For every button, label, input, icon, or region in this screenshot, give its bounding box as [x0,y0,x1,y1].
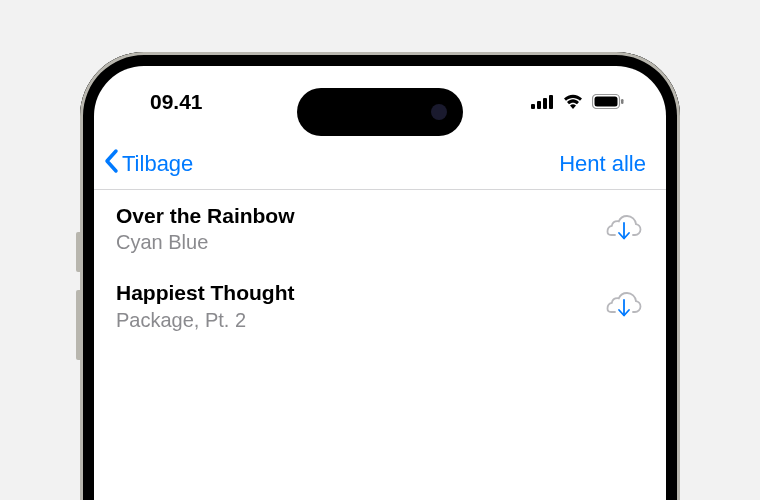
back-label: Tilbage [122,151,193,177]
list-item[interactable]: Over the Rainbow Cyan Blue [94,190,666,267]
status-icons [531,90,624,114]
list-item[interactable]: Happiest Thought Package, Pt. 2 [94,267,666,344]
dynamic-island [297,88,463,136]
item-subtitle: Package, Pt. 2 [116,307,606,333]
wifi-icon [562,90,584,114]
screen: 09.41 Tilbage Hent all [94,66,666,500]
nav-bar: Tilbage Hent alle [94,138,666,190]
cloud-download-icon [606,213,642,245]
item-title: Over the Rainbow [116,202,606,229]
item-subtitle: Cyan Blue [116,229,606,255]
item-text: Over the Rainbow Cyan Blue [116,202,606,255]
battery-icon [592,90,624,114]
chevron-left-icon [102,148,120,180]
download-button[interactable] [606,288,642,324]
status-time: 09.41 [150,90,203,114]
phone-frame: 09.41 Tilbage Hent all [80,52,680,500]
download-all-label: Hent alle [559,151,646,176]
song-list: Over the Rainbow Cyan Blue Happiest Thou… [94,190,666,345]
svg-rect-0 [531,104,535,109]
item-text: Happiest Thought Package, Pt. 2 [116,279,606,332]
svg-rect-5 [595,97,618,107]
cloud-download-icon [606,290,642,322]
svg-rect-3 [549,95,553,109]
svg-rect-6 [621,99,624,104]
svg-rect-1 [537,101,541,109]
back-button[interactable]: Tilbage [102,148,193,180]
download-all-button[interactable]: Hent alle [559,151,646,177]
svg-rect-2 [543,98,547,109]
item-title: Happiest Thought [116,279,606,306]
download-button[interactable] [606,211,642,247]
cellular-icon [531,90,554,114]
